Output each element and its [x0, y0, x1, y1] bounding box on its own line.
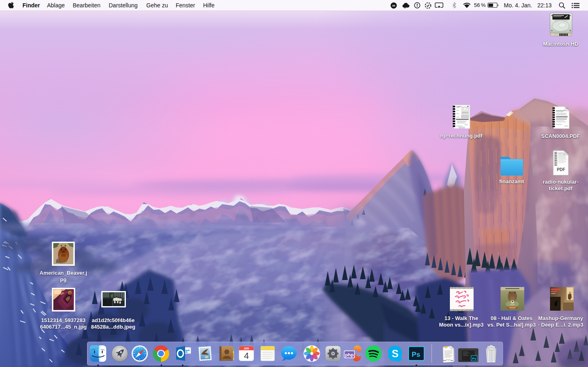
svg-text:Ps: Ps	[412, 351, 420, 358]
svg-text:∞: ∞	[392, 3, 395, 7]
svg-text:JAN: JAN	[244, 347, 249, 350]
svg-text:Ps: Ps	[472, 357, 476, 360]
svg-text:12: 12	[69, 292, 71, 294]
svg-text:S: S	[392, 348, 399, 359]
svg-text:4: 4	[244, 351, 249, 361]
svg-text:PDF: PDF	[557, 167, 565, 172]
svg-text:php: php	[345, 352, 353, 357]
svg-text:▬TXT▬: ▬TXT▬	[443, 359, 453, 361]
